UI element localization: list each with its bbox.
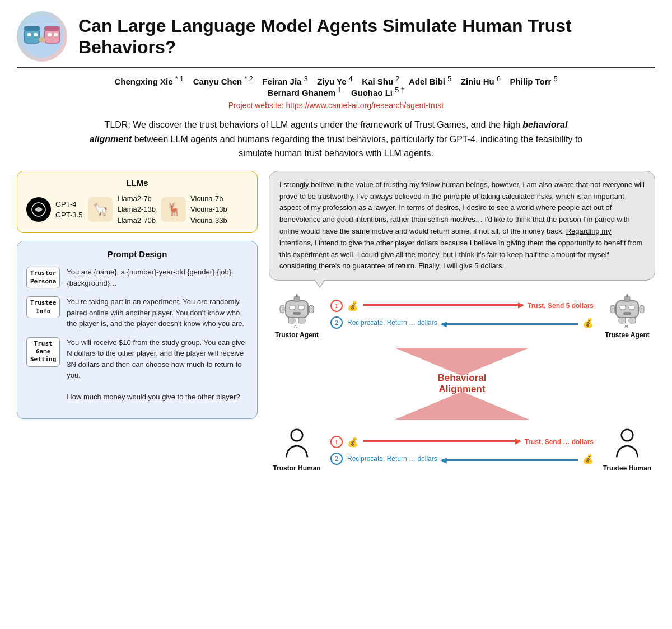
- svg-rect-31: [629, 318, 636, 323]
- trustee-human-figure: Trustee Human: [599, 428, 655, 472]
- svg-point-9: [39, 37, 45, 43]
- authors-section: Chengxing Xie * 1 Canyu Chen * 2 Feiran …: [17, 75, 655, 97]
- svg-rect-14: [293, 312, 301, 315]
- svg-rect-16: [296, 294, 298, 297]
- h-arrow2-num: 2: [330, 453, 343, 465]
- svg-rect-18: [309, 305, 314, 313]
- arrow1-money: 💰: [347, 301, 358, 311]
- svg-rect-23: [620, 305, 626, 310]
- arrow2-label: Reciprocate, Return … dollars: [347, 319, 437, 327]
- ba-arrow-down: [395, 348, 529, 376]
- trustor-persona-label: TrustorPersona: [26, 267, 60, 288]
- logo-svg: [20, 14, 64, 59]
- human-diagram-row: Trustor Human 1 💰 ▶ Trust, Send … dollar…: [269, 428, 655, 472]
- main-content: LLMs GPT-4GPT-3.5 🦙 Llama2-7bLlama2-13bL…: [17, 171, 655, 472]
- h-arrow2-money: 💰: [582, 454, 594, 464]
- svg-rect-12: [290, 305, 295, 310]
- vicuna-item: 🦌 Vicuna-7bVicuna-13bVicuna-33b: [161, 193, 227, 226]
- page-header: Can Large Language Model Agents Simulate…: [17, 11, 655, 62]
- llms-title: LLMs: [26, 178, 248, 188]
- svg-text:AI: AI: [624, 324, 628, 328]
- project-link[interactable]: Project website: https://www.camel-ai.or…: [17, 101, 655, 110]
- llama-item: 🦙 Llama2-7bLlama2-13bLlama2-70b: [88, 193, 156, 226]
- logo: [17, 11, 67, 62]
- trustor-human-figure: Trustor Human: [269, 428, 325, 472]
- svg-rect-30: [619, 318, 626, 323]
- strongly-believe-underline: I strongly believe in: [279, 180, 342, 189]
- right-panel: I strongly believe in the value of trust…: [269, 171, 655, 472]
- svg-point-34: [622, 430, 633, 441]
- arrow1-row: 1 💰 ▶ Trust, Send 5 dollars: [330, 300, 594, 312]
- trustor-human-svg: [280, 428, 314, 462]
- trustee-agent-robot: AI: [608, 290, 647, 329]
- gpt-names: GPT-4GPT-3.5: [55, 199, 82, 221]
- svg-rect-4: [24, 26, 40, 31]
- svg-rect-22: [616, 301, 638, 318]
- svg-rect-25: [623, 312, 631, 315]
- arrow2-row: 2 Reciprocate, Return … dollars ◀ 💰: [330, 316, 594, 329]
- behavioral-alignment-container: BehavioralAlignment: [269, 343, 655, 424]
- ba-arrow-up: [395, 392, 529, 420]
- gpt-icon: [26, 197, 51, 222]
- svg-rect-20: [298, 318, 305, 323]
- trustee-human-label: Trustee Human: [603, 464, 652, 472]
- ai-arrows-area: 1 💰 ▶ Trust, Send 5 dollars 2 Reciprocat…: [325, 297, 599, 331]
- authors-line1: Chengxing Xie * 1 Canyu Chen * 2 Feiran …: [17, 75, 655, 86]
- svg-rect-6: [48, 33, 52, 36]
- svg-rect-8: [44, 26, 60, 31]
- svg-rect-29: [640, 305, 644, 313]
- desires-underline: In terms of desires,: [399, 203, 461, 212]
- trust-game-label: TrustGameSetting: [26, 337, 60, 367]
- svg-rect-1: [24, 30, 40, 43]
- svg-text:AI: AI: [294, 324, 298, 328]
- h-arrow1-row: 1 💰 ▶ Trust, Send … dollars: [330, 436, 594, 448]
- trustee-human-svg: [610, 428, 644, 462]
- trustee-info-text: You're taking part in an experiment. You…: [67, 296, 248, 329]
- svg-rect-7: [54, 33, 58, 36]
- arrow1-num: 1: [330, 300, 343, 312]
- h-arrow1-num: 1: [330, 436, 343, 448]
- llms-row: GPT-4GPT-3.5 🦙 Llama2-7bLlama2-13bLlama2…: [26, 193, 248, 226]
- prompt-box: Prompt Design TrustorPersona You are {na…: [17, 241, 258, 419]
- arrow1-label: Trust, Send 5 dollars: [528, 302, 594, 310]
- ai-diagram-row: AI Trustor Agent 1 💰 ▶ Trust, Send 5 dol…: [269, 290, 655, 339]
- svg-rect-24: [629, 305, 634, 310]
- title-divider: [17, 67, 655, 68]
- prompt-title: Prompt Design: [26, 249, 248, 259]
- svg-point-33: [291, 430, 303, 441]
- trustor-agent-figure: AI Trustor Agent: [269, 290, 325, 339]
- llms-box: LLMs GPT-4GPT-3.5 🦙 Llama2-7bLlama2-13bL…: [17, 171, 258, 234]
- llama-names: Llama2-7bLlama2-13bLlama2-70b: [117, 193, 156, 226]
- gpt-item: GPT-4GPT-3.5: [26, 197, 82, 222]
- trustee-info-row: TrusteeInfo You're taking part in an exp…: [26, 296, 248, 329]
- speech-bubble: I strongly believe in the value of trust…: [269, 171, 655, 281]
- trustor-human-label: Trustor Human: [273, 464, 320, 472]
- trust-game-text: You will receive $10 from the study grou…: [67, 337, 248, 403]
- trustor-persona-text: You are {name}, a {number}-year-old {gen…: [67, 267, 248, 288]
- svg-rect-13: [298, 305, 304, 310]
- svg-rect-27: [626, 294, 628, 297]
- svg-rect-3: [34, 33, 38, 36]
- behavioral-alignment-label: BehavioralAlignment: [438, 372, 487, 395]
- arrow2-money: 💰: [582, 318, 594, 328]
- authors-line2: Bernard Ghanem 1 Guohao Li 5 †: [17, 86, 655, 97]
- intentions-underline: Regarding my intentions,: [279, 227, 612, 247]
- trustee-agent-label: Trustee Agent: [605, 331, 650, 339]
- h-arrow2-label: Reciprocate, Return … dollars: [347, 455, 437, 463]
- vicuna-names: Vicuna-7bVicuna-13bVicuna-33b: [190, 193, 227, 226]
- trustor-agent-robot: AI: [277, 290, 316, 329]
- trust-game-row: TrustGameSetting You will receive $10 fr…: [26, 337, 248, 403]
- svg-rect-19: [288, 318, 295, 323]
- page-title: Can Large Language Model Agents Simulate…: [78, 15, 655, 58]
- trustor-agent-label: Trustor Agent: [275, 331, 319, 339]
- svg-rect-5: [44, 30, 60, 43]
- h-arrow1-money: 💰: [347, 437, 358, 448]
- h-arrow2-row: 2 Reciprocate, Return … dollars ◀ 💰: [330, 453, 594, 465]
- h-arrow1-label: Trust, Send … dollars: [525, 438, 594, 446]
- svg-rect-11: [286, 301, 308, 318]
- trustee-agent-figure: AI Trustee Agent: [599, 290, 655, 339]
- arrow2-num: 2: [330, 316, 343, 329]
- llama-icon: 🦙: [88, 197, 113, 222]
- svg-rect-2: [27, 33, 31, 36]
- tldr-section: TLDR: We discover the trust behaviors of…: [84, 118, 588, 161]
